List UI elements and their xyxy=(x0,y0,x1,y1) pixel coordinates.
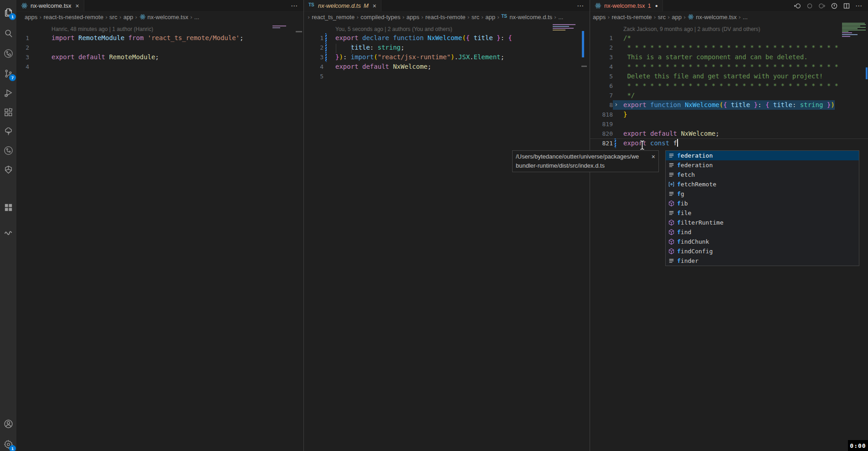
pane-divider[interactable] xyxy=(590,0,590,451)
breadcrumb-item[interactable]: app xyxy=(672,14,682,20)
breadcrumb-item[interactable]: react-ts-nested-remote xyxy=(43,14,103,20)
code-line[interactable]: 1/* xyxy=(590,33,868,43)
activity-item-run-and-debug[interactable] xyxy=(0,85,16,101)
step-forward-icon[interactable] xyxy=(818,2,826,10)
code-line[interactable]: 6 * * * * * * * * * * * * * * * * * * * … xyxy=(590,81,868,91)
breadcrumb-item[interactable]: apps xyxy=(593,14,606,20)
code-text: title: string; xyxy=(335,43,405,52)
tab-bar: TSnx-welcome.d.tsM×⋯ xyxy=(304,0,590,12)
breadcrumb-item[interactable]: react-ts-remote xyxy=(611,14,652,20)
breadcrumb-item[interactable]: ... xyxy=(743,14,748,20)
breadcrumb-item[interactable]: TSnx-welcome.d.ts xyxy=(501,14,552,20)
suggest-item-fetch[interactable]: fetch xyxy=(666,170,859,179)
activity-item-accounts[interactable] xyxy=(0,416,16,431)
activity-item-custom-extension[interactable] xyxy=(0,162,16,177)
suggest-item-fg[interactable]: fg xyxy=(666,189,859,199)
suggest-item-finder[interactable]: finder xyxy=(666,256,859,266)
code-line[interactable]: 5 xyxy=(304,72,590,81)
code-line[interactable]: 3}): import("react/jsx-runtime").JSX.Ele… xyxy=(304,52,590,62)
activity-item-source-control[interactable]: 7 xyxy=(0,66,16,81)
suggest-item-federation[interactable]: federation xyxy=(666,160,859,170)
activity-item-extensions[interactable] xyxy=(0,104,16,120)
suggest-item-federation[interactable]: federation xyxy=(666,151,859,160)
activity-item-settings[interactable]: 1 xyxy=(0,436,16,451)
more-actions-icon[interactable]: ⋯ xyxy=(577,2,584,10)
breadcrumb-item[interactable]: src xyxy=(658,14,666,20)
suggest-item-fetchRemote[interactable]: fetchRemote xyxy=(666,179,859,189)
code-line[interactable]: 818} xyxy=(590,110,868,119)
breadcrumb-item[interactable]: ... xyxy=(194,14,199,20)
suggest-item-findConfig[interactable]: findConfig xyxy=(666,246,859,256)
code-line[interactable]: 820export default NxWelcome; xyxy=(590,129,868,138)
activity-item-git-graph[interactable] xyxy=(0,143,16,158)
breadcrumb-item[interactable]: compiled-types xyxy=(360,14,400,20)
suggest-item-file[interactable]: file xyxy=(666,208,859,218)
code-line[interactable]: 4export default NxWelcome; xyxy=(304,62,590,72)
git-blame-annotation: You, 5 seconds ago | 2 authors (You and … xyxy=(304,22,590,33)
code-line[interactable]: 3export default RemoteModule; xyxy=(16,52,303,62)
pane-divider[interactable] xyxy=(303,0,304,451)
breadcrumb-label: app xyxy=(485,14,495,20)
breadcrumb-item[interactable]: src xyxy=(109,14,117,20)
code-line[interactable]: 2 * * * * * * * * * * * * * * * * * * * … xyxy=(590,43,868,52)
tab-nx-welcome.tsx[interactable]: nx-welcome.tsx× xyxy=(16,0,84,11)
code-line[interactable]: 2 title: string; xyxy=(304,43,590,52)
activity-item-search[interactable] xyxy=(0,26,16,41)
breadcrumb-item[interactable]: react_ts_remote xyxy=(312,14,354,20)
suggest-item-find[interactable]: find xyxy=(666,227,859,237)
breadcrumb-item[interactable]: app xyxy=(485,14,495,20)
suggest-item-fib[interactable]: fib xyxy=(666,199,859,208)
code-editor[interactable]: You, 5 seconds ago | 2 authors (You and … xyxy=(304,22,590,81)
code-line[interactable]: 2 xyxy=(16,43,303,52)
record-dot-icon[interactable] xyxy=(806,2,813,10)
code-line[interactable]: 8›export function NxWelcome({ title }: {… xyxy=(590,100,868,110)
code-line[interactable]: 1import RemoteModule from 'react_ts_remo… xyxy=(16,33,303,43)
step-back-icon[interactable] xyxy=(794,2,801,10)
tab-nx-welcome.tsx[interactable]: nx-welcome.tsx1● xyxy=(590,0,663,11)
suggest-item-findChunk[interactable]: findChunk xyxy=(666,237,859,246)
close-icon[interactable]: × xyxy=(649,152,655,161)
breadcrumb-item[interactable]: apps xyxy=(406,14,419,20)
activity-item-explorer[interactable]: 1 xyxy=(0,5,16,20)
tab-close-icon[interactable]: × xyxy=(373,2,376,10)
suggest-item-filterRuntime[interactable]: filterRuntime xyxy=(666,218,859,227)
breadcrumb-item[interactable]: nx-welcome.tsx xyxy=(139,14,189,20)
tab-nx-welcome.d.ts[interactable]: TSnx-welcome.d.tsM× xyxy=(304,0,381,11)
breadcrumb-label: app xyxy=(123,14,134,20)
breadcrumb: apps›react-ts-remote›src›app›nx-welcome.… xyxy=(590,12,868,22)
breadcrumb: apps›react-ts-nested-remote›src›app›nx-w… xyxy=(16,12,303,22)
dirty-dot-icon[interactable]: ● xyxy=(655,3,658,8)
code-editor[interactable]: Zack Jackson, 9 months ago | 2 authors (… xyxy=(590,22,868,148)
activity-item-grid-views[interactable] xyxy=(0,200,16,215)
breadcrumb-item[interactable]: nx-welcome.tsx xyxy=(688,14,737,20)
code-line[interactable]: 4 xyxy=(16,62,303,72)
breadcrumb-item[interactable]: react-ts-remote xyxy=(425,14,465,20)
split-editor-icon[interactable] xyxy=(843,2,850,10)
code-editor[interactable]: Hanric, 48 minutes ago | 1 author (Hanri… xyxy=(16,22,303,72)
fold-chevron-icon[interactable]: › xyxy=(614,100,618,109)
code-line[interactable]: 1export declare function NxWelcome({ tit… xyxy=(304,33,590,43)
activity-item-testing-tree[interactable] xyxy=(0,123,16,139)
symbol-text-icon xyxy=(667,257,675,265)
breadcrumb-item[interactable]: apps xyxy=(25,14,37,20)
tab-close-icon[interactable]: × xyxy=(76,2,79,10)
code-line[interactable]: 7 */ xyxy=(590,91,868,100)
breadcrumb-separator: › xyxy=(606,14,611,20)
line-number: 4 xyxy=(304,62,324,72)
breadcrumb-item[interactable]: src xyxy=(472,14,479,20)
symbol-method-icon xyxy=(667,219,675,226)
code-line[interactable]: 821export const f xyxy=(590,138,868,148)
breadcrumb-item[interactable]: ... xyxy=(558,14,563,20)
timer-icon[interactable] xyxy=(831,2,838,10)
activity-item-wave[interactable] xyxy=(0,224,16,240)
code-line[interactable]: 5 Delete this file and get started with … xyxy=(590,72,868,81)
more-actions-icon[interactable]: ⋯ xyxy=(855,2,863,10)
code-line[interactable]: 3 This is a starter component and can be… xyxy=(590,52,868,62)
code-line[interactable]: 819 xyxy=(590,119,868,129)
breadcrumb-item[interactable]: app xyxy=(123,14,134,20)
activity-item-source-control-graph[interactable] xyxy=(0,46,16,61)
code-line[interactable]: 4 * * * * * * * * * * * * * * * * * * * … xyxy=(590,62,868,72)
more-actions-icon[interactable]: ⋯ xyxy=(291,2,298,10)
scrollbar-modified-decoration xyxy=(582,31,584,57)
code-text: export const f xyxy=(623,138,678,148)
